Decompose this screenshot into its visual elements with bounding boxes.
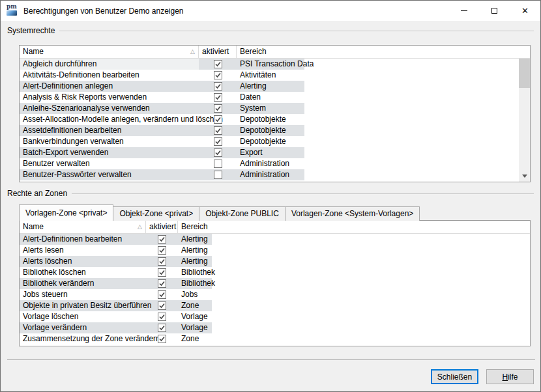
zone-table-rows: Alert-Definitionen bearbeitenAlertingAle… — [20, 234, 530, 346]
table-row[interactable]: Bibliothek löschenBibliothek — [20, 267, 212, 278]
table-row[interactable]: Analysis & Risk Reports verwendenDaten — [20, 92, 304, 103]
row-bereich-cell: Zone — [178, 333, 212, 344]
row-aktiviert-cell[interactable] — [146, 256, 178, 267]
zonenrechte-group-label: Rechte an Zonen — [7, 189, 67, 198]
table-row[interactable]: Jobs steuernJobs — [20, 289, 212, 300]
scroll-down-button[interactable] — [519, 171, 530, 182]
titlebar[interactable]: pm Berechtigungen von Benutzer Demo anze… — [1, 1, 540, 21]
zone-tabbar: Vorlagen-Zone <privat>Objekt-Zone <priva… — [19, 204, 419, 221]
row-aktiviert-cell[interactable] — [199, 125, 237, 136]
checkbox-checked-icon — [214, 82, 222, 91]
hilfe-button[interactable]: Hilfe — [486, 369, 534, 384]
schliessen-button[interactable]: Schließen — [431, 369, 478, 384]
row-aktiviert-cell[interactable] — [199, 92, 237, 103]
table-row[interactable]: Alerts lesenAlerting — [20, 245, 212, 256]
row-aktiviert-cell[interactable] — [199, 180, 237, 182]
tab-vorlagen-zone-privat[interactable]: Vorlagen-Zone <privat> — [19, 204, 113, 221]
table-row[interactable]: Benutzer verwaltenAdministration — [20, 158, 304, 169]
tab-objekt-zone-public[interactable]: Objekt-Zone PUBLIC — [199, 206, 285, 221]
check-icon — [158, 258, 166, 265]
table-row[interactable]: Anleihe-Szenarioanalyse verwendenSystem — [20, 103, 304, 114]
column-header-name[interactable]: Name △ — [20, 46, 199, 58]
column-header-bereich[interactable]: Bereich — [178, 221, 212, 233]
row-aktiviert-cell[interactable] — [199, 147, 237, 158]
table-row[interactable]: Vorlage verändernVorlage — [20, 322, 212, 333]
systemrechte-table-header: Name △ aktiviert Bereich — [20, 46, 530, 59]
row-bereich-cell: Bibliothek — [178, 278, 212, 289]
tab-vorlagen-zone-system-vorlagen[interactable]: Vorlagen-Zone <System-Vorlagen> — [285, 206, 420, 221]
checkbox-checked-icon — [214, 148, 222, 157]
row-aktiviert-cell[interactable] — [146, 311, 178, 322]
checkbox-checked-icon — [158, 235, 166, 244]
row-aktiviert-cell[interactable] — [199, 81, 237, 92]
table-row[interactable]: Alerts löschenAlerting — [20, 256, 212, 267]
table-row[interactable]: Abgleich durchführenPSI Transaction Data — [20, 59, 304, 70]
zone-table-header: Name △ aktiviert Bereich — [20, 221, 530, 234]
permissions-dialog: pm Berechtigungen von Benutzer Demo anze… — [0, 0, 541, 392]
systemrechte-group-label: Systemrechte — [7, 26, 55, 35]
row-name-cell: Alerts löschen — [20, 256, 146, 267]
row-aktiviert-cell[interactable] — [199, 169, 237, 180]
check-icon — [214, 127, 222, 134]
checkbox-unchecked-icon — [214, 160, 222, 168]
row-aktiviert-cell[interactable] — [199, 136, 237, 147]
check-icon — [214, 116, 222, 123]
table-row[interactable] — [20, 180, 304, 182]
row-bereich-cell: Aktivitäten — [237, 70, 304, 81]
row-name-cell: Analysis & Risk Reports verwenden — [20, 92, 199, 103]
table-row[interactable]: Batch-Export verwendenExport — [20, 147, 304, 158]
vertical-scrollbar[interactable] — [519, 46, 530, 182]
checkbox-checked-icon — [214, 60, 222, 68]
row-aktiviert-cell[interactable] — [146, 322, 178, 333]
table-row[interactable]: Bibliothek verändernBibliothek — [20, 278, 212, 289]
check-icon — [214, 83, 222, 90]
table-row[interactable]: Alert-Definitionen bearbeitenAlerting — [20, 234, 212, 245]
row-bereich-cell: PSI Transaction Data — [237, 59, 304, 70]
table-row[interactable]: Benutzer-Passwörter verwaltenAdministrat… — [20, 169, 304, 180]
table-row[interactable]: Asset-Allocation-Modelle anlegen, veränd… — [20, 114, 304, 125]
row-bereich-cell: Alerting — [178, 256, 212, 267]
tab-objekt-zone-privat[interactable]: Objekt-Zone <privat> — [113, 206, 199, 221]
row-aktiviert-cell[interactable] — [146, 245, 178, 256]
table-row[interactable]: Bankverbindungen verwaltenDepotobjekte — [20, 136, 304, 147]
table-row[interactable]: Alert-Definitionen anlegenAlerting — [20, 81, 304, 92]
scrollbar-thumb[interactable] — [519, 57, 530, 88]
row-name-cell: Alert-Definitionen bearbeiten — [20, 234, 146, 245]
check-icon — [214, 105, 222, 112]
row-aktiviert-cell[interactable] — [146, 278, 178, 289]
row-name-cell: Jobs steuern — [20, 289, 146, 300]
checkbox-checked-icon — [158, 290, 166, 299]
row-aktiviert-cell[interactable] — [146, 234, 178, 245]
row-bereich-cell: Vorlage — [178, 322, 212, 333]
row-aktiviert-cell[interactable] — [199, 158, 237, 169]
maximize-button[interactable] — [479, 1, 510, 21]
row-aktiviert-cell[interactable] — [146, 333, 178, 344]
row-aktiviert-cell[interactable] — [199, 59, 237, 70]
column-header-aktiviert[interactable]: aktiviert — [146, 221, 178, 233]
row-bereich-cell: Alerting — [178, 245, 212, 256]
row-aktiviert-cell[interactable] — [199, 103, 237, 114]
row-bereich-cell: System — [237, 103, 304, 114]
pm-app-icon: pm — [7, 5, 18, 16]
table-row[interactable]: Aktitvitäts-Definitionen bearbeitenAktiv… — [20, 70, 304, 81]
minimize-button[interactable] — [448, 1, 479, 21]
column-header-bereich[interactable]: Bereich — [237, 46, 304, 58]
row-aktiviert-cell[interactable] — [199, 114, 237, 125]
checkbox-checked-icon — [214, 71, 222, 79]
pm-logo-text: pm — [7, 3, 17, 10]
row-name-cell: Asset-Allocation-Modelle anlegen, veränd… — [20, 114, 199, 125]
row-aktiviert-cell[interactable] — [146, 300, 178, 311]
row-aktiviert-cell[interactable] — [199, 70, 237, 81]
row-aktiviert-cell[interactable] — [146, 289, 178, 300]
table-row[interactable]: Vorlage löschenVorlage — [20, 311, 212, 322]
row-name-cell — [20, 180, 199, 182]
row-bereich-cell: Depotobjekte — [237, 114, 304, 125]
row-aktiviert-cell[interactable] — [146, 267, 178, 278]
table-row[interactable]: Zusammensetzung der Zone verändernZone — [20, 333, 212, 344]
table-row[interactable]: Assetdefinitionen bearbeitenDepotobjekte — [20, 125, 304, 136]
close-button[interactable]: ✕ — [510, 1, 540, 21]
table-row[interactable]: Objekte in privaten Besitz überführenZon… — [20, 300, 212, 311]
column-header-name[interactable]: Name △ — [20, 221, 146, 233]
sort-ascending-icon: △ — [138, 221, 142, 233]
column-header-aktiviert[interactable]: aktiviert — [199, 46, 237, 58]
